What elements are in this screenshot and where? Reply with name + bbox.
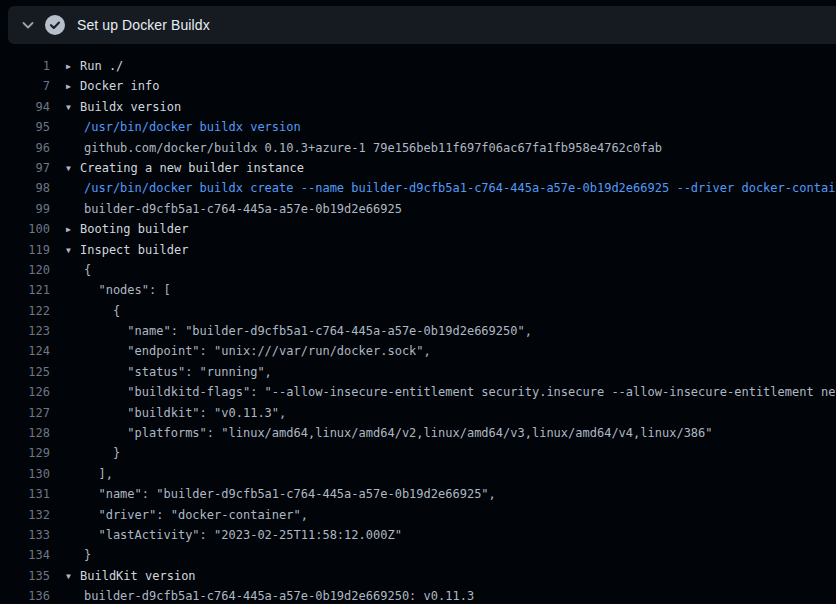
- output-text: "buildkitd-flags": "--allow-insecure-ent…: [50, 382, 836, 402]
- log-line: 132 "driver": "docker-container",: [0, 505, 836, 525]
- output-text: {: [50, 301, 120, 321]
- output-text: "name": "builder-d9cfb5a1-c764-445a-a57e…: [50, 484, 496, 504]
- log-line: 127 "buildkit": "v0.11.3",: [0, 403, 836, 423]
- line-number[interactable]: 124: [0, 341, 50, 361]
- log-line: 129 }: [0, 443, 836, 463]
- group-title: Buildx version: [80, 100, 181, 114]
- log-line: 122 {: [0, 301, 836, 321]
- line-number[interactable]: 132: [0, 505, 50, 525]
- line-number[interactable]: 97: [0, 158, 50, 178]
- line-number[interactable]: 1: [0, 56, 50, 76]
- output-text: }: [50, 545, 91, 565]
- line-number[interactable]: 131: [0, 484, 50, 504]
- chevron-down-icon: [20, 17, 36, 33]
- line-number[interactable]: 96: [0, 138, 50, 158]
- output-text: "buildkit": "v0.11.3",: [50, 403, 286, 423]
- output-text: "lastActivity": "2023-02-25T11:58:12.000…: [50, 525, 402, 545]
- line-number[interactable]: 125: [0, 362, 50, 382]
- log-group-line[interactable]: 97▼Creating a new builder instance: [0, 158, 836, 178]
- log-line: 99builder-d9cfb5a1-c764-445a-a57e-0b19d2…: [0, 199, 836, 219]
- line-number[interactable]: 130: [0, 464, 50, 484]
- line-number[interactable]: 98: [0, 178, 50, 198]
- log-line: 130 ],: [0, 464, 836, 484]
- log-line: 131 "name": "builder-d9cfb5a1-c764-445a-…: [0, 484, 836, 504]
- output-text: "name": "builder-d9cfb5a1-c764-445a-a57e…: [50, 321, 532, 341]
- log-group-line[interactable]: 100▶Booting builder: [0, 219, 836, 239]
- check-circle-icon: [45, 15, 65, 35]
- log-line: 136builder-d9cfb5a1-c764-445a-a57e-0b19d…: [0, 586, 836, 604]
- output-text: }: [50, 443, 120, 463]
- output-text: "status": "running",: [50, 362, 272, 382]
- log-line: 120{: [0, 260, 836, 280]
- output-text: "driver": "docker-container",: [50, 505, 308, 525]
- line-number[interactable]: 123: [0, 321, 50, 341]
- log-group-line[interactable]: 119▼Inspect builder: [0, 240, 836, 260]
- group-title: Booting builder: [80, 222, 188, 236]
- log-line: 95/usr/bin/docker buildx version: [0, 117, 836, 137]
- line-number[interactable]: 127: [0, 403, 50, 423]
- line-number[interactable]: 95: [0, 117, 50, 137]
- line-number[interactable]: 129: [0, 443, 50, 463]
- output-text: ],: [50, 464, 113, 484]
- log-line: 124 "endpoint": "unix:///var/run/docker.…: [0, 341, 836, 361]
- collapsed-arrow-icon: ▶: [66, 77, 80, 97]
- line-number[interactable]: 99: [0, 199, 50, 219]
- output-text: "endpoint": "unix:///var/run/docker.sock…: [50, 341, 431, 361]
- line-number[interactable]: 134: [0, 545, 50, 565]
- expanded-arrow-icon: ▼: [66, 241, 80, 261]
- collapsed-arrow-icon: ▶: [66, 220, 80, 240]
- output-text: builder-d9cfb5a1-c764-445a-a57e-0b19d2e6…: [50, 199, 402, 219]
- command-text: /usr/bin/docker buildx version: [50, 117, 301, 137]
- line-number[interactable]: 136: [0, 586, 50, 604]
- log-line: 128 "platforms": "linux/amd64,linux/amd6…: [0, 423, 836, 443]
- line-number[interactable]: 94: [0, 97, 50, 117]
- line-number[interactable]: 133: [0, 525, 50, 545]
- log-line: 98/usr/bin/docker buildx create --name b…: [0, 178, 836, 198]
- log-group-line[interactable]: 1▶Run ./: [0, 56, 836, 76]
- output-text: "platforms": "linux/amd64,linux/amd64/v2…: [50, 423, 713, 443]
- command-text: /usr/bin/docker buildx create --name bui…: [50, 178, 836, 198]
- line-number[interactable]: 119: [0, 240, 50, 260]
- output-text: builder-d9cfb5a1-c764-445a-a57e-0b19d2e6…: [50, 586, 474, 604]
- group-title: Run ./: [80, 59, 123, 73]
- collapsed-arrow-icon: ▶: [66, 57, 80, 77]
- line-number[interactable]: 120: [0, 260, 50, 280]
- group-title: Creating a new builder instance: [80, 161, 304, 175]
- line-number[interactable]: 135: [0, 566, 50, 586]
- output-text: "nodes": [: [50, 280, 171, 300]
- group-title: BuildKit version: [80, 569, 196, 583]
- log-line: 96github.com/docker/buildx 0.10.3+azure-…: [0, 138, 836, 158]
- output-text: github.com/docker/buildx 0.10.3+azure-1 …: [50, 138, 662, 158]
- group-title: Inspect builder: [80, 243, 188, 257]
- line-number[interactable]: 100: [0, 219, 50, 239]
- expanded-arrow-icon: ▼: [66, 98, 80, 118]
- log-lines-container: 1▶Run ./7▶Docker info94▼Buildx version95…: [0, 56, 836, 604]
- log-group-line[interactable]: 94▼Buildx version: [0, 97, 836, 117]
- step-header[interactable]: Set up Docker Buildx: [8, 6, 836, 44]
- line-number[interactable]: 7: [0, 76, 50, 96]
- line-number[interactable]: 121: [0, 280, 50, 300]
- expanded-arrow-icon: ▼: [66, 159, 80, 179]
- log-group-line[interactable]: 135▼BuildKit version: [0, 566, 836, 586]
- log-line: 134}: [0, 545, 836, 565]
- log-group-line[interactable]: 7▶Docker info: [0, 76, 836, 96]
- line-number[interactable]: 122: [0, 301, 50, 321]
- log-line: 121 "nodes": [: [0, 280, 836, 300]
- log-line: 125 "status": "running",: [0, 362, 836, 382]
- log-line: 123 "name": "builder-d9cfb5a1-c764-445a-…: [0, 321, 836, 341]
- step-title: Set up Docker Buildx: [77, 17, 210, 33]
- group-title: Docker info: [80, 79, 159, 93]
- expanded-arrow-icon: ▼: [66, 567, 80, 587]
- line-number[interactable]: 128: [0, 423, 50, 443]
- output-text: {: [50, 260, 91, 280]
- log-line: 126 "buildkitd-flags": "--allow-insecure…: [0, 382, 836, 402]
- log-line: 133 "lastActivity": "2023-02-25T11:58:12…: [0, 525, 836, 545]
- line-number[interactable]: 126: [0, 382, 50, 402]
